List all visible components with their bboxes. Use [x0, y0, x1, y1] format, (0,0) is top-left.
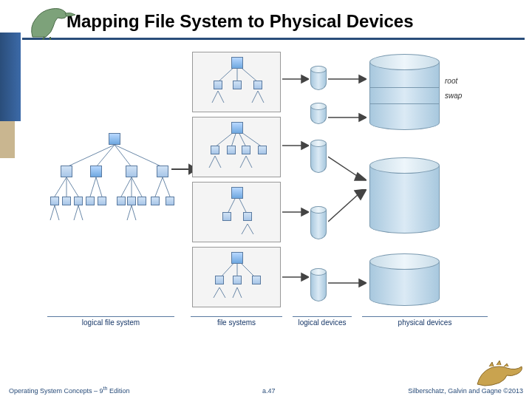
logical-fs-tree [44, 133, 185, 236]
svg-line-13 [163, 177, 170, 197]
svg-line-44 [214, 287, 219, 298]
arrow-icon [328, 112, 366, 123]
logical-device-4 [310, 210, 327, 231]
svg-line-15 [55, 205, 59, 220]
svg-line-62 [328, 194, 359, 222]
svg-line-34 [215, 156, 221, 168]
svg-marker-63 [355, 189, 366, 200]
svg-line-45 [219, 287, 225, 298]
svg-line-28 [258, 91, 264, 103]
fs-panel-3 [192, 182, 281, 242]
physical-disk-1: root swap [369, 62, 440, 130]
svg-line-36 [246, 156, 252, 168]
svg-line-33 [209, 156, 215, 168]
svg-line-2 [115, 145, 132, 167]
slide-content: root swap logical file system file syste… [44, 52, 510, 355]
arrow-icon [282, 74, 309, 84]
arrow-icon [328, 189, 366, 226]
svg-line-39 [242, 224, 248, 234]
disk-part-swap: swap [445, 92, 462, 100]
arrow-icon [282, 272, 309, 282]
fs-panel-1 [192, 52, 281, 112]
footer-book-title: Operating System Concepts – 9 [9, 387, 103, 395]
svg-line-8 [96, 177, 102, 197]
svg-line-16 [74, 205, 78, 220]
svg-line-18 [127, 205, 132, 220]
physical-disk-3 [369, 262, 440, 306]
figure-mapping: root swap logical file system file syste… [44, 52, 510, 355]
svg-marker-65 [359, 279, 366, 287]
col-label-file-systems: file systems [191, 316, 282, 327]
svg-line-19 [132, 205, 136, 220]
footer-page: a.47 [262, 387, 276, 395]
svg-line-47 [237, 287, 242, 298]
footer-edition-word: Edition [107, 387, 129, 395]
svg-line-7 [90, 177, 96, 197]
svg-line-27 [252, 91, 258, 103]
arrow-icon [328, 74, 366, 84]
slide-title: Mapping File System to Physical Devices [66, 11, 414, 32]
svg-line-4 [55, 177, 66, 197]
svg-line-1 [96, 145, 115, 167]
svg-line-60 [328, 157, 359, 177]
col-label-logical-fs: logical file system [47, 316, 174, 327]
svg-marker-55 [301, 273, 309, 281]
svg-line-35 [240, 156, 246, 168]
arrow-icon [328, 278, 366, 288]
fs-panel-4 [192, 247, 281, 307]
svg-line-9 [121, 177, 132, 197]
svg-line-11 [132, 177, 142, 197]
svg-marker-51 [301, 142, 309, 149]
svg-marker-59 [359, 114, 366, 121]
arrow-icon [282, 140, 309, 151]
svg-marker-53 [301, 208, 309, 216]
arrow-icon [282, 207, 309, 217]
svg-line-17 [78, 205, 83, 220]
svg-line-25 [212, 91, 218, 103]
dinosaur-logo-left [28, 4, 80, 40]
footer-left: Operating System Concepts – 9th Edition [9, 386, 129, 395]
svg-line-40 [248, 224, 253, 234]
physical-disk-2 [369, 166, 440, 233]
title-bar: Mapping File System to Physical Devices [22, 4, 525, 40]
svg-line-46 [233, 287, 237, 298]
slide-footer: Operating System Concepts – 9th Edition … [0, 384, 532, 399]
logical-device-5 [310, 272, 327, 293]
col-label-logical-devices: logical devices [293, 316, 352, 327]
svg-line-0 [66, 145, 115, 167]
svg-marker-49 [301, 75, 309, 83]
column-labels: logical file system file systems logical… [44, 312, 510, 331]
svg-line-3 [115, 145, 163, 167]
svg-marker-57 [359, 75, 366, 83]
col-label-physical-devices: physical devices [362, 316, 488, 327]
arrow-icon [328, 152, 366, 182]
disk-part-root: root [445, 77, 457, 85]
svg-line-26 [218, 91, 224, 103]
fs-panel-2 [192, 117, 281, 177]
svg-line-14 [50, 205, 55, 220]
footer-right: Silberschatz, Galvin and Gagne ©2013 [408, 387, 523, 395]
svg-line-12 [155, 177, 163, 197]
logical-device-3 [310, 143, 327, 164]
slide-accent-sidebar [0, 33, 21, 121]
logical-device-1 [310, 69, 327, 90]
svg-marker-61 [355, 173, 366, 180]
svg-line-6 [66, 177, 78, 197]
logical-device-2 [310, 106, 327, 127]
